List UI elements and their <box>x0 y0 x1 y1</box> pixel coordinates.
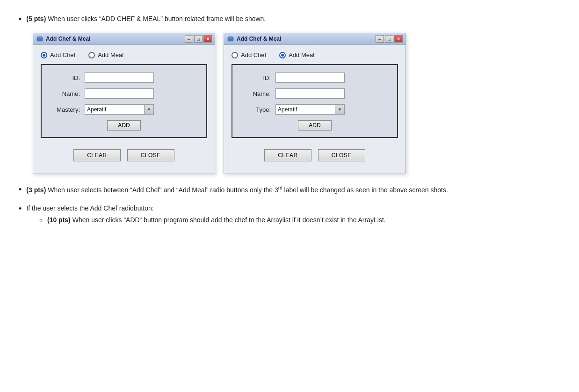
bullet1-bold: (5 pts) <box>26 15 46 22</box>
dialog1-form-box: ID: Name: Mastery: Aperatif ▼ ADD <box>41 64 207 138</box>
dialog-add-chef: Add Chef & Meal – □ ✕ Add Chef Add Meal <box>33 33 215 174</box>
dialog2-radio-add-meal[interactable]: Add Meal <box>279 51 314 58</box>
dialog1-title: Add Chef & Meal <box>46 36 90 42</box>
bullet2-text2: label will be changed as seen in the abo… <box>282 186 448 194</box>
dialog1-radio-chef-label: Add Chef <box>50 51 75 58</box>
dialog2-id-label: ID: <box>239 74 271 81</box>
dialog1-close-button[interactable]: CLOSE <box>127 149 174 161</box>
dialog1-mastery-value: Aperatif <box>85 106 144 113</box>
dialog2-radio-meal-label: Add Meal <box>289 51 314 58</box>
dialog1-add-button[interactable]: ADD <box>107 120 140 131</box>
dialog2-clear-button[interactable]: CLEAR <box>264 149 311 161</box>
dialog1-radio-meal-label: Add Meal <box>98 51 123 58</box>
dialog2-name-label: Name: <box>239 90 271 97</box>
dialog1-name-label: Name: <box>48 90 80 97</box>
dialog1-restore-btn[interactable]: □ <box>194 35 203 43</box>
sub1-bold: (10 pts) <box>47 216 71 224</box>
dialog2-radio-chef-circle <box>232 52 238 58</box>
dialog2-type-arrow[interactable]: ▼ <box>335 105 344 114</box>
dialog2-radio-add-chef[interactable]: Add Chef <box>232 51 266 58</box>
dialog1-minimize-btn[interactable]: – <box>185 35 193 43</box>
dialog2-add-button[interactable]: ADD <box>298 120 331 131</box>
dialog2-radio-chef-label: Add Chef <box>241 51 266 58</box>
bullet-text-2: (3 pts) When user selects between “Add C… <box>26 184 448 195</box>
dialog1-body: Add Chef Add Meal ID: Name: Master <box>33 45 215 174</box>
svg-rect-1 <box>38 36 42 38</box>
dialogs-container: Add Chef & Meal – □ ✕ Add Chef Add Meal <box>33 33 560 174</box>
dialog2-type-value: Aperatif <box>276 106 335 113</box>
dialog1-id-input[interactable] <box>85 73 154 83</box>
dialog1-mastery-row: Mastery: Aperatif ▼ <box>48 104 200 115</box>
dialog2-controls: – □ ✕ <box>376 35 403 43</box>
dialog-add-meal: Add Chef & Meal – □ ✕ Add Chef Add Meal <box>224 33 406 174</box>
dialog2-close-button[interactable]: CLOSE <box>318 149 365 161</box>
dialog1-controls: – □ ✕ <box>185 35 212 43</box>
dialog2-icon <box>227 35 234 43</box>
sub1-text: When user clicks “ADD” button program sh… <box>71 216 386 224</box>
dialog2-title: Add Chef & Meal <box>237 36 281 42</box>
dialog2-radio-meal-circle <box>279 52 286 58</box>
dialog1-mastery-arrow[interactable]: ▼ <box>144 105 153 114</box>
svg-rect-3 <box>229 36 232 38</box>
sub-bullet-1: o (10 pts) When user clicks “ADD” button… <box>39 215 385 225</box>
dialog1-name-row: Name: <box>48 88 200 99</box>
bullet-item-2: • (3 pts) When user selects between “Add… <box>19 184 560 195</box>
dialog1-radio-chef-circle <box>41 52 47 58</box>
dialog2-footer: CLEAR CLOSE <box>232 145 398 167</box>
bullet-item-3: • If the user selects the Add Chef radio… <box>19 203 560 228</box>
dialog1-radio-row: Add Chef Add Meal <box>41 51 207 58</box>
dialog1-add-row: ADD <box>48 120 200 131</box>
bullet-dot-2: • <box>19 185 22 195</box>
dialog1-footer: CLEAR CLOSE <box>41 145 207 167</box>
dialog1-name-input[interactable] <box>85 88 154 99</box>
dialog1-close-btn[interactable]: ✕ <box>203 35 212 43</box>
dialog2-name-row: Name: <box>239 88 391 99</box>
bullet-text-3: If the user selects the Add Chef radiobu… <box>26 203 385 228</box>
sub-bullets: o (10 pts) When user clicks “ADD” button… <box>39 215 385 225</box>
dialog2-id-row: ID: <box>239 73 391 83</box>
dialog2-type-row: Type: Aperatif ▼ <box>239 104 391 115</box>
dialog1-icon <box>36 35 43 43</box>
dialog2-name-input[interactable] <box>275 88 345 99</box>
bullet-text-1: (5 pts) When user clicks “ADD CHEF & MEA… <box>26 14 266 24</box>
dialog1-radio-meal-circle <box>88 52 95 58</box>
dialog2-add-row: ADD <box>239 120 391 131</box>
dialog2-id-input[interactable] <box>275 73 345 83</box>
bullet-item-1: • (5 pts) When user clicks “ADD CHEF & M… <box>19 14 560 24</box>
dialog2-type-select[interactable]: Aperatif ▼ <box>275 104 345 115</box>
dialog1-mastery-select[interactable]: Aperatif ▼ <box>85 104 154 115</box>
bullet3-text: If the user selects the Add Chef radiobu… <box>26 204 153 212</box>
dialog1-id-row: ID: <box>48 73 200 83</box>
titlebar-1: Add Chef & Meal – □ ✕ <box>33 33 215 45</box>
dialog2-minimize-btn[interactable]: – <box>376 35 384 43</box>
bullet2-sup: rd <box>278 185 282 190</box>
dialog1-clear-button[interactable]: CLEAR <box>73 149 121 161</box>
dialog1-radio-add-meal[interactable]: Add Meal <box>88 51 123 58</box>
bullet1-text: When user clicks “ADD CHEF & MEAL” butto… <box>46 15 266 22</box>
dialog1-radio-add-chef[interactable]: Add Chef <box>41 51 75 58</box>
dialog1-id-label: ID: <box>48 74 80 81</box>
dialog2-form-box: ID: Name: Type: Aperatif ▼ ADD <box>232 64 398 138</box>
dialog2-restore-btn[interactable]: □ <box>385 35 393 43</box>
dialog2-close-btn[interactable]: ✕ <box>394 35 403 43</box>
sub-bullet-dot-1: o <box>39 216 43 225</box>
dialog2-body: Add Chef Add Meal ID: Name: <box>224 45 405 174</box>
bullet2-bold: (3 pts) <box>26 186 46 194</box>
dialog2-type-label: Type: <box>239 106 271 113</box>
bullet-dot-1: • <box>19 15 22 24</box>
bullet-dot-3: • <box>19 204 22 214</box>
sub-bullet-text-1: (10 pts) When user clicks “ADD” button p… <box>47 215 386 225</box>
titlebar-2: Add Chef & Meal – □ ✕ <box>224 33 405 45</box>
dialog1-mastery-label: Mastery: <box>48 106 80 113</box>
dialog2-radio-row: Add Chef Add Meal <box>232 51 398 58</box>
bullet2-text1: When user selects between “Add Chef” and… <box>46 186 278 194</box>
